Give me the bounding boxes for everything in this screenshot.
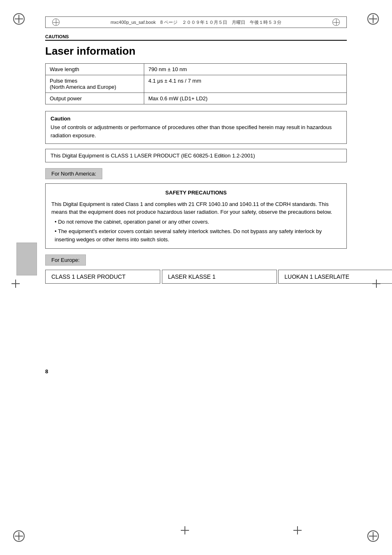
caution-box: Caution Use of controls or adjustments o… bbox=[45, 111, 347, 144]
mid-crosshair-left bbox=[12, 280, 20, 288]
caution-text: Use of controls or adjustments or perfor… bbox=[51, 123, 341, 139]
safety-bullet-1: Do not remove the cabinet, operation pan… bbox=[51, 218, 341, 226]
safety-bullet-2: The equipment's exterior covers contain … bbox=[51, 227, 341, 243]
spec-label-3: Output power bbox=[46, 93, 144, 104]
table-row: Wave length 790 nm ± 10 nm bbox=[46, 64, 347, 75]
mid-crosshair-bottom-left bbox=[181, 526, 189, 534]
label-box-1: CLASS 1 LASER PRODUCT bbox=[45, 270, 160, 284]
corner-top-right bbox=[366, 12, 380, 26]
section-divider bbox=[45, 40, 347, 41]
section-title: Laser information bbox=[45, 45, 347, 58]
header-filename: mxc400p_us_saf.book 8 ページ ２００９年１０月５日 月曜日… bbox=[62, 19, 330, 25]
main-content: CAUTIONS Laser information Wave length 7… bbox=[45, 34, 347, 375]
label-box-2: LASER KLASSE 1 bbox=[162, 270, 277, 284]
bottom-section: CLASS 1 LASER PRODUCT LASER KLASSE 1 LUO… bbox=[45, 270, 347, 360]
corner-bottom-left bbox=[12, 529, 26, 543]
north-america-label: For North America: bbox=[45, 168, 102, 179]
safety-text: This Digital Equipment is rated Class 1 … bbox=[51, 200, 341, 216]
spec-label-2: Pulse times(North America and Europe) bbox=[46, 75, 144, 93]
europe-label: For Europe: bbox=[45, 254, 86, 266]
corner-top-left bbox=[12, 12, 26, 26]
page-number: 8 bbox=[45, 368, 347, 375]
spec-value-2: 4.1 μs ± 4.1 ns / 7 mm bbox=[144, 75, 347, 93]
caution-title: Caution bbox=[51, 116, 341, 122]
header-reg-mark-left bbox=[52, 18, 60, 26]
side-marker bbox=[16, 243, 37, 275]
mid-crosshair-bottom-right bbox=[293, 526, 302, 534]
table-row: Pulse times(North America and Europe) 4.… bbox=[46, 75, 347, 93]
safety-box: SAFETY PRECAUTIONS This Digital Equipmen… bbox=[45, 183, 347, 249]
spec-label-1: Wave length bbox=[46, 64, 144, 75]
table-row: Output power Max 0.6 mW (LD1+ LD2) bbox=[46, 93, 347, 104]
spec-value-3: Max 0.6 mW (LD1+ LD2) bbox=[144, 93, 347, 104]
corner-bottom-right bbox=[366, 529, 380, 543]
safety-title: SAFETY PRECAUTIONS bbox=[51, 189, 341, 197]
specs-table: Wave length 790 nm ± 10 nm Pulse times(N… bbox=[45, 63, 347, 104]
cautions-label: CAUTIONS bbox=[45, 34, 347, 39]
safety-bullets: Do not remove the cabinet, operation pan… bbox=[51, 218, 341, 244]
page-wrapper: mxc400p_us_saf.book 8 ページ ２００９年１０月５日 月曜日… bbox=[0, 0, 392, 555]
spec-value-1: 790 nm ± 10 nm bbox=[144, 64, 347, 75]
header-bar: mxc400p_us_saf.book 8 ページ ２００９年１０月５日 月曜日… bbox=[45, 16, 347, 28]
mid-crosshair-right bbox=[372, 280, 380, 288]
header-reg-mark-right bbox=[332, 18, 340, 26]
label-boxes-column: CLASS 1 LASER PRODUCT LASER KLASSE 1 LUO… bbox=[45, 270, 392, 287]
iec-info-line: This Digital Equipment is CLASS 1 LASER … bbox=[45, 149, 347, 162]
